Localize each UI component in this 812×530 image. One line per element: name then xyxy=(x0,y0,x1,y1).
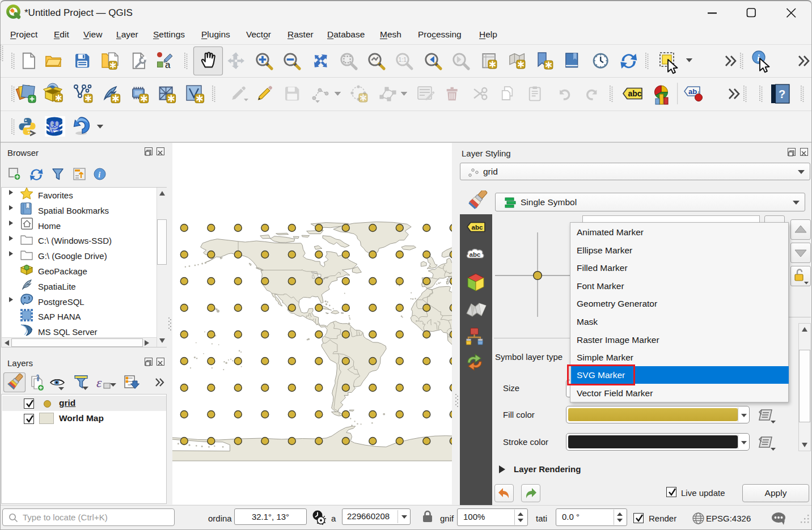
svg-text:abc: abc xyxy=(628,89,642,98)
svg-text:1:1: 1:1 xyxy=(399,56,407,63)
svg-text:abc: abc xyxy=(472,224,483,231)
svg-text:?: ? xyxy=(779,88,785,100)
svg-text:ε: ε xyxy=(96,375,102,390)
svg-text:i: i xyxy=(98,171,100,179)
svg-text:a: a xyxy=(165,60,171,70)
svg-text:abc: abc xyxy=(470,251,481,258)
svg-text:ab: ab xyxy=(688,87,697,96)
